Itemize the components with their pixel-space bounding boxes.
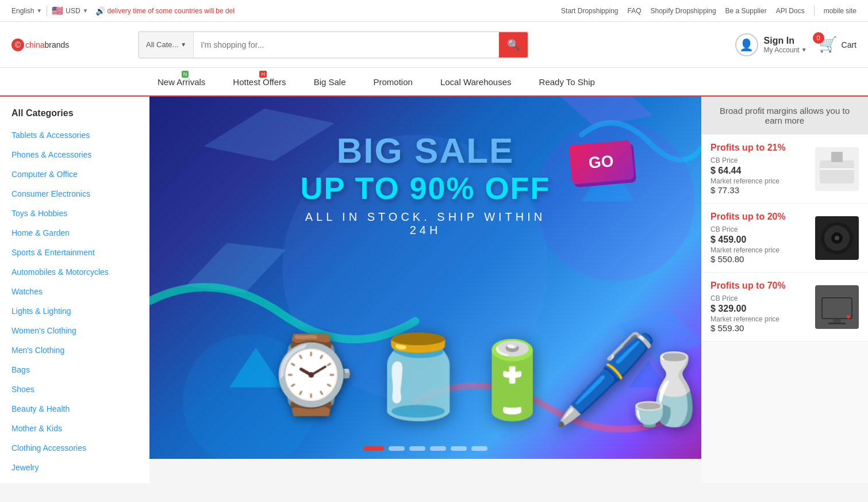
svg-rect-20: [828, 323, 846, 324]
profit-percent-2: Profits up to 20%: [710, 212, 808, 222]
cart-button[interactable]: 🛒 0 Cart: [819, 36, 857, 53]
banner-description: ALL IN STOCK. SHIP WITHIN 24H: [287, 210, 563, 237]
sidebar-item-lights[interactable]: Lights & Lighting: [0, 301, 149, 321]
profit-cb-label-1: CB Price: [710, 156, 808, 164]
profit-market-label-2: Market reference price: [710, 246, 808, 254]
sidebar-item-watches[interactable]: Watches: [0, 282, 149, 301]
sidebar-item-toys[interactable]: Toys & Hobbies: [0, 204, 149, 223]
cart-badge: 0: [813, 32, 824, 44]
svg-rect-11: [831, 152, 843, 162]
search-category-chevron-icon: ▼: [180, 41, 186, 48]
nav-local-warehouses-label: Local Warehouses: [440, 77, 512, 87]
sidebar-item-computer[interactable]: Computer & Office: [0, 164, 149, 184]
profit-thumb-2: [815, 216, 859, 260]
svg-marker-2: [177, 225, 295, 311]
search-button[interactable]: 🔍: [499, 32, 528, 58]
svg-rect-19: [833, 319, 841, 323]
profit-header: Broad profit margins allows you to earn …: [701, 97, 868, 135]
banner-dot-6[interactable]: [471, 446, 487, 451]
cart-label: Cart: [842, 40, 857, 49]
sidebar-item-womens-clothing[interactable]: Women's Clothing: [0, 321, 149, 340]
notice-bar: 🔊 delivery time of some countries will b…: [95, 6, 555, 16]
sign-in-button[interactable]: 👤 Sign In My Account ▼: [735, 33, 807, 56]
profit-item-3[interactable]: Profits up to 70% CB Price $ 329.00 Mark…: [701, 273, 868, 342]
profit-cb-label-3: CB Price: [710, 294, 808, 302]
top-bar-right: Start Dropshipping FAQ Shopify Dropshipp…: [561, 6, 857, 16]
mobile-site-link[interactable]: mobile site: [824, 7, 857, 15]
sidebar-item-tablets[interactable]: Tablets & Accessories: [0, 125, 149, 145]
profit-item-2[interactable]: Profits up to 20% CB Price $ 459.00 Mark…: [701, 204, 868, 273]
sidebar: All Categories Tablets & Accessories Pho…: [0, 97, 149, 483]
product-shaver: 🔋: [466, 337, 559, 424]
svg-point-16: [835, 236, 839, 240]
sidebar-item-automobiles[interactable]: Automobiles & Motorcycles: [0, 262, 149, 282]
banner-title: BIG SALE: [287, 131, 563, 170]
sidebar-item-shoes[interactable]: Shoes: [0, 380, 149, 399]
flag-icon: 🇺🇸: [52, 5, 63, 16]
main-layout: All Categories Tablets & Accessories Pho…: [0, 97, 868, 483]
my-account-label: My Account ▼: [764, 46, 807, 54]
sidebar-item-bags[interactable]: Bags: [0, 360, 149, 380]
banner-dot-1[interactable]: [363, 446, 384, 451]
profit-item-1[interactable]: Profits up to 21% CB Price $ 64.44 Marke…: [701, 135, 868, 204]
banner-dot-3[interactable]: [409, 446, 425, 451]
product-watch: ⌚: [264, 331, 358, 419]
currency-selector[interactable]: 🇺🇸 USD ▼: [52, 5, 88, 16]
banner-subtitle: UP TO 90% OFF: [287, 170, 563, 206]
sidebar-item-home-garden[interactable]: Home & Garden: [0, 223, 149, 243]
new-arrivals-badge: N: [182, 71, 189, 78]
sidebar-item-mother-kids[interactable]: Mother & Kids: [0, 419, 149, 438]
currency-label: USD: [66, 7, 80, 15]
logo-china: china: [25, 40, 44, 49]
notice-text: delivery time of some countries will be …: [107, 7, 235, 15]
banner-dot-5[interactable]: [451, 446, 467, 451]
nav-item-local-warehouses[interactable]: Local Warehouses: [438, 67, 514, 96]
search-category-label: All Cate...: [146, 40, 178, 49]
logo[interactable]: © chinabrands: [11, 39, 126, 51]
sidebar-item-sports[interactable]: Sports & Entertainment: [0, 243, 149, 262]
sidebar-item-consumer-electronics[interactable]: Consumer Electronics: [0, 184, 149, 204]
banner-dot-2[interactable]: [389, 446, 405, 451]
nav-item-hottest-offers[interactable]: H Hottest Offers: [231, 67, 288, 96]
nav-promotion-label: Promotion: [374, 77, 413, 87]
nav-item-promotion[interactable]: Promotion: [371, 67, 415, 96]
product-kettle: 🫙: [368, 329, 468, 424]
language-chevron-icon: ▼: [36, 7, 42, 14]
search-input[interactable]: [194, 32, 499, 58]
svg-rect-10: [820, 160, 854, 183]
profit-market-label-1: Market reference price: [710, 177, 808, 185]
profit-cb-price-1: $ 64.44: [710, 166, 808, 176]
sidebar-item-clothing-accessories[interactable]: Clothing Accessories: [0, 438, 149, 458]
banner: BIG SALE UP TO 90% OFF ALL IN STOCK. SHI…: [149, 97, 701, 459]
nav-item-big-sale[interactable]: Big Sale: [312, 67, 348, 96]
profit-info-3: Profits up to 70% CB Price $ 329.00 Mark…: [710, 281, 808, 333]
shopify-dropshipping-link[interactable]: Shopify Dropshipping: [651, 7, 716, 15]
sign-in-text: Sign In My Account ▼: [764, 36, 807, 54]
banner-dot-4[interactable]: [430, 446, 446, 451]
be-supplier-link[interactable]: Be a Supplier: [725, 7, 767, 15]
divider2: [814, 6, 815, 16]
account-chevron-icon: ▼: [801, 47, 807, 53]
faq-link[interactable]: FAQ: [627, 7, 641, 15]
sidebar-item-beauty[interactable]: Beauty & Health: [0, 399, 149, 419]
language-selector[interactable]: English ▼: [11, 7, 42, 15]
sidebar-item-mens-clothing[interactable]: Men's Clothing: [0, 340, 149, 360]
profit-cb-price-2: $ 459.00: [710, 235, 808, 245]
nav-hottest-offers-label: Hottest Offers: [233, 77, 286, 87]
sign-in-label: Sign In: [764, 36, 807, 46]
nav-big-sale-label: Big Sale: [314, 77, 346, 87]
sidebar-item-phones[interactable]: Phones & Accessories: [0, 145, 149, 164]
hottest-offers-badge: H: [259, 71, 267, 78]
nav-item-ready-to-ship[interactable]: Ready To Ship: [537, 67, 597, 96]
api-docs-link[interactable]: API Docs: [776, 7, 805, 15]
sidebar-item-jewelry[interactable]: Jewelry: [0, 458, 149, 477]
banner-content: BIG SALE UP TO 90% OFF ALL IN STOCK. SHI…: [287, 131, 563, 237]
logo-brands: brands: [44, 40, 69, 49]
nav-item-new-arrivals[interactable]: N New Arrivals: [155, 67, 208, 96]
start-dropshipping-link[interactable]: Start Dropshipping: [561, 7, 618, 15]
banner-go-button[interactable]: GO: [569, 140, 634, 184]
main-content: BIG SALE UP TO 90% OFF ALL IN STOCK. SHI…: [149, 97, 701, 483]
top-bar: English ▼ 🇺🇸 USD ▼ 🔊 delivery time of so…: [0, 0, 868, 22]
product-device: 🍶: [621, 349, 701, 430]
search-category-dropdown[interactable]: All Cate... ▼: [139, 32, 194, 58]
